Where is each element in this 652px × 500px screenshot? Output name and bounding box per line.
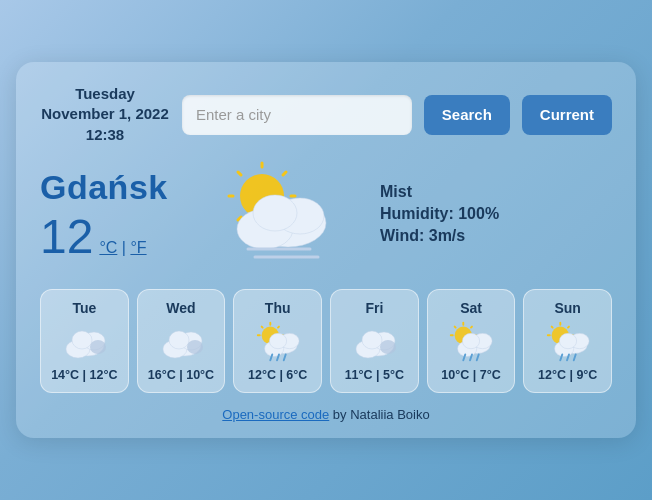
fahrenheit-link[interactable]: °F [130, 239, 146, 256]
svg-point-42 [362, 331, 382, 349]
wind-text: Wind: 3m/s [380, 227, 499, 245]
svg-point-23 [169, 331, 189, 349]
svg-line-5 [238, 172, 241, 175]
forecast-temps-3: 11°C | 5°C [345, 368, 404, 382]
header-row: Tuesday November 1, 2022 12:38 Search Cu… [40, 84, 612, 145]
forecast-temps-4: 10°C | 7°C [441, 368, 500, 382]
svg-point-35 [269, 333, 286, 348]
current-button[interactable]: Current [522, 95, 612, 135]
city-name: Gdańsk [40, 168, 200, 207]
search-button[interactable]: Search [424, 95, 510, 135]
forecast-row: Tue 14°C | 12°C Wed [40, 289, 612, 393]
open-source-link[interactable]: Open-source code [222, 407, 329, 422]
svg-point-12 [253, 195, 297, 231]
forecast-temps-0: 14°C | 12°C [51, 368, 117, 382]
svg-line-38 [283, 354, 285, 360]
forecast-icon-2 [253, 322, 303, 362]
forecast-card-0: Tue 14°C | 12°C [40, 289, 129, 393]
app-container: Tuesday November 1, 2022 12:38 Search Cu… [16, 62, 636, 438]
forecast-temps-2: 12°C | 6°C [248, 368, 307, 382]
svg-point-43 [380, 340, 396, 354]
svg-line-31 [278, 326, 279, 327]
forecast-card-2: Thu [233, 289, 322, 393]
weekday: Tuesday [40, 84, 170, 104]
forecast-icon-4 [446, 322, 496, 362]
forecast-card-3: Fri 11°C | 5°C [330, 289, 419, 393]
svg-line-30 [261, 326, 262, 327]
svg-line-63 [551, 326, 552, 327]
date-time-block: Tuesday November 1, 2022 12:38 [40, 84, 170, 145]
svg-line-49 [455, 326, 456, 327]
svg-point-19 [90, 340, 106, 354]
svg-line-6 [283, 172, 286, 175]
svg-line-57 [477, 354, 479, 360]
city-temp-block: Gdańsk 12 °C | °F [40, 168, 200, 264]
svg-point-68 [559, 333, 576, 348]
celsius-link[interactable]: °C [99, 239, 117, 256]
temp-units: °C | °F [99, 239, 146, 257]
condition-text: Mist [380, 183, 499, 201]
forecast-day-2: Thu [265, 300, 291, 316]
time: 12:38 [40, 125, 170, 145]
main-weather-icon [200, 161, 360, 271]
svg-point-54 [462, 333, 479, 348]
forecast-day-5: Sun [554, 300, 580, 316]
footer-by-text: by Nataliia Boiko [329, 407, 429, 422]
humidity-text: Humidity: 100% [380, 205, 499, 223]
search-input[interactable] [182, 95, 412, 135]
forecast-icon-5 [543, 322, 593, 362]
forecast-icon-1 [156, 322, 206, 362]
svg-line-71 [573, 354, 575, 360]
svg-line-64 [568, 326, 569, 327]
forecast-card-5: Sun [523, 289, 612, 393]
full-date: November 1, 2022 [40, 104, 170, 124]
svg-line-50 [471, 326, 472, 327]
main-weather-section: Gdańsk 12 °C | °F [40, 161, 612, 271]
footer: Open-source code by Nataliia Boiko [40, 407, 612, 422]
forecast-card-1: Wed 16°C | 10°C [137, 289, 226, 393]
svg-point-18 [72, 331, 92, 349]
forecast-day-1: Wed [166, 300, 195, 316]
forecast-temps-5: 12°C | 9°C [538, 368, 597, 382]
forecast-day-4: Sat [460, 300, 482, 316]
forecast-temps-1: 16°C | 10°C [148, 368, 214, 382]
temperature-row: 12 °C | °F [40, 209, 200, 264]
weather-details: Mist Humidity: 100% Wind: 3m/s [380, 183, 499, 249]
forecast-day-3: Fri [365, 300, 383, 316]
forecast-icon-0 [59, 322, 109, 362]
svg-point-24 [187, 340, 203, 354]
forecast-card-4: Sat [427, 289, 516, 393]
forecast-day-0: Tue [72, 300, 96, 316]
forecast-icon-3 [349, 322, 399, 362]
temperature-value: 12 [40, 209, 93, 264]
